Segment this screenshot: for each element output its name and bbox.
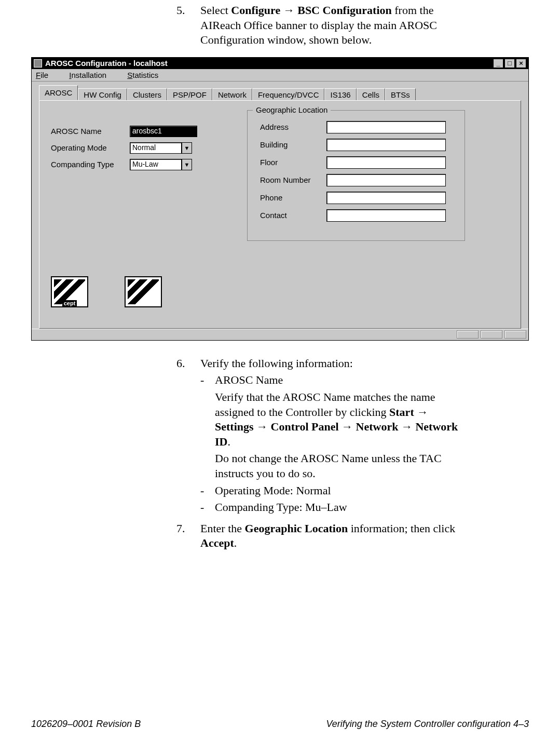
arosc-name-label: AROSC Name [51, 127, 130, 136]
dash: - [200, 483, 215, 498]
u: I [69, 71, 71, 79]
dash: - [200, 500, 215, 515]
left-form: AROSC Name arosbsc1 Operating Mode Norma… [51, 126, 238, 176]
tab-panel-arosc: AROSC Name arosbsc1 Operating Mode Norma… [39, 100, 521, 329]
address-label: Address [260, 123, 326, 131]
step-number: 7. [176, 521, 200, 551]
accept-button[interactable]: cept [51, 276, 88, 307]
companding-type-label: Companding Type [51, 160, 130, 169]
t: Settings [215, 420, 254, 433]
arosc-config-window: AROSC Configuration - localhost _ □ × Fi… [31, 57, 529, 341]
operating-mode-value: Normal [130, 142, 182, 154]
tab-psppof[interactable]: PSP/POF [167, 88, 212, 101]
arrow: → [280, 4, 297, 17]
t: ile [40, 71, 48, 79]
address-input[interactable] [326, 121, 446, 133]
title-bar[interactable]: AROSC Configuration - localhost _ □ × [32, 58, 528, 69]
menu-file[interactable]: File [36, 71, 58, 79]
t: → [339, 420, 356, 433]
tab-frequency[interactable]: Frequency/DVCC [252, 88, 325, 101]
room-input[interactable] [326, 174, 446, 186]
step-body: Enter the Geographic Location informatio… [200, 521, 467, 551]
bullet-arosc-name: AROSC Name [215, 373, 467, 388]
dash: - [200, 373, 215, 388]
minimize-button[interactable]: _ [493, 59, 503, 68]
tab-network[interactable]: Network [212, 88, 252, 101]
t: → [414, 406, 429, 419]
chevron-down-icon[interactable]: ▼ [182, 159, 192, 170]
room-label: Room Number [260, 176, 326, 184]
menu-statistics[interactable]: Statistics [127, 71, 168, 79]
tab-arosc[interactable]: AROSC [39, 85, 78, 100]
building-input[interactable] [326, 139, 446, 151]
tab-hwconfig[interactable]: HW Config [78, 88, 127, 101]
client-area: AROSC HW Config Clusters PSP/POF Network… [32, 82, 528, 329]
group-legend: Geographic Location [253, 105, 331, 114]
t: . [234, 536, 237, 549]
step-number: 6. [176, 356, 200, 371]
status-cell [457, 330, 479, 339]
t: Select [200, 4, 231, 17]
menu-installation[interactable]: Installation [69, 71, 116, 79]
u: F [36, 71, 40, 79]
t: Start [389, 406, 414, 419]
para: Verify that the AROSC Name matches the n… [215, 390, 467, 449]
action-buttons: cept [51, 276, 162, 307]
geographic-location-group: Geographic Location Address Building Flo… [247, 110, 465, 241]
step-6: 6. Verify the following information: - A… [176, 356, 467, 515]
menu-bar: File Installation Statistics [32, 69, 528, 82]
t: nstallation [72, 71, 107, 79]
status-cell [504, 330, 526, 339]
operating-mode-label: Operating Mode [51, 143, 130, 152]
t: tatistics [132, 71, 158, 79]
para: Do not change the AROSC Name unless the … [215, 451, 467, 481]
step-body: Select Configure → BSC Configuration fro… [200, 3, 467, 48]
tab-btss[interactable]: BTSs [385, 88, 416, 101]
step-number: 5. [176, 3, 200, 48]
floor-input[interactable] [326, 156, 446, 169]
contact-input[interactable] [326, 209, 446, 222]
floor-label: Floor [260, 158, 326, 167]
building-label: Building [260, 140, 326, 149]
btn-label: cept [62, 300, 77, 306]
t: Accept [200, 536, 234, 549]
t: Geographic Location [245, 522, 348, 535]
undo-button[interactable] [125, 276, 162, 307]
bullet-operating-mode: Operating Mode: Normal [215, 483, 467, 498]
tab-cells[interactable]: Cells [357, 88, 385, 101]
contact-label: Contact [260, 211, 326, 220]
page-footer: 1026209–0001 Revision B Verifying the Sy… [31, 719, 529, 730]
bullet-companding: Companding Type: Mu–Law [215, 500, 467, 515]
status-cell [481, 330, 502, 339]
operating-mode-select[interactable]: Normal ▼ [130, 142, 192, 154]
step-5: 5. Select Configure → BSC Configuration … [176, 3, 467, 48]
window-title: AROSC Configuration - localhost [45, 59, 168, 68]
menu-ref: BSC Configuration [297, 4, 392, 17]
app-icon [34, 59, 42, 68]
menu-ref: Configure [231, 4, 280, 17]
t: information; then click [348, 522, 455, 535]
t: → [254, 420, 271, 433]
footer-left: 1026209–0001 Revision B [31, 719, 141, 730]
document-page: 5. Select Configure → BSC Configuration … [0, 3, 560, 742]
t: Control Panel [271, 420, 339, 433]
t: . [227, 435, 230, 448]
companding-type-select[interactable]: Mu-Law ▼ [130, 159, 192, 170]
close-button[interactable]: × [516, 59, 526, 68]
phone-input[interactable] [326, 192, 446, 204]
tab-is136[interactable]: IS136 [324, 88, 356, 101]
chevron-down-icon[interactable]: ▼ [182, 142, 192, 154]
phone-label: Phone [260, 193, 326, 202]
t: Network [356, 420, 399, 433]
tab-strip: AROSC HW Config Clusters PSP/POF Network… [39, 87, 521, 100]
companding-type-value: Mu-Law [130, 159, 182, 170]
t: → [398, 420, 415, 433]
footer-right: Verifying the System Controller configur… [326, 719, 529, 730]
t: Enter the [200, 522, 245, 535]
step-body: Verify the following information: [200, 356, 467, 371]
step-7: 7. Enter the Geographic Location informa… [176, 521, 467, 551]
tab-clusters[interactable]: Clusters [127, 88, 167, 101]
arosc-name-input[interactable]: arosbsc1 [130, 126, 197, 137]
maximize-button[interactable]: □ [504, 59, 515, 68]
u: S [127, 71, 132, 79]
